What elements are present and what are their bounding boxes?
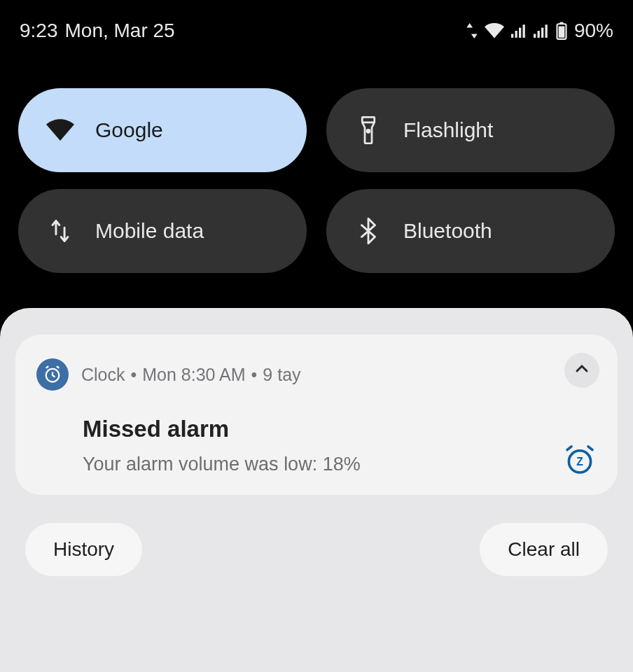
qs-tile-flashlight[interactable]: Flashlight [326, 88, 615, 172]
signal-1-icon [511, 24, 527, 38]
svg-rect-11 [362, 117, 375, 122]
battery-icon [556, 22, 567, 40]
svg-rect-5 [537, 31, 539, 38]
qs-flashlight-label: Flashlight [403, 118, 493, 142]
clock-app-icon [36, 358, 69, 391]
svg-point-12 [367, 130, 370, 132]
wifi-icon [485, 23, 504, 38]
status-right: 90% [466, 20, 613, 42]
notification-meta: Clock • Mon 8:30 AM • 9 tay [81, 365, 597, 385]
bluetooth-icon [354, 218, 382, 244]
notification-time: Mon 8:30 AM [142, 365, 245, 385]
svg-rect-3 [522, 24, 524, 38]
notification-app-name: Clock [81, 365, 125, 385]
mobile-data-icon [46, 219, 74, 243]
clear-all-button[interactable]: Clear all [480, 523, 608, 576]
shade-buttons-row: History Clear all [15, 523, 618, 576]
qs-bluetooth-label: Bluetooth [403, 219, 492, 243]
history-label: History [53, 538, 114, 560]
svg-rect-0 [511, 34, 513, 38]
data-sync-icon [466, 23, 478, 38]
notification-age: 9 tay [263, 365, 300, 385]
collapse-toggle[interactable] [564, 353, 599, 388]
notification-card[interactable]: Clock • Mon 8:30 AM • 9 tay Missed alarm… [15, 335, 618, 495]
notification-title: Missed alarm [83, 416, 597, 442]
svg-rect-10 [559, 27, 565, 38]
history-button[interactable]: History [25, 523, 142, 576]
status-left: 9:23 Mon, Mar 25 [20, 20, 175, 42]
qs-tile-bluetooth[interactable]: Bluetooth [326, 189, 615, 273]
qs-tile-wifi[interactable]: Google [18, 88, 307, 172]
status-date: Mon, Mar 25 [65, 20, 175, 42]
quick-settings-grid: Google Flashlight Mobile data Bluetooth [0, 88, 633, 273]
chevron-up-icon [573, 360, 590, 380]
signal-2-icon [534, 24, 549, 38]
status-time: 9:23 [20, 20, 58, 42]
qs-tile-mobile-data[interactable]: Mobile data [18, 189, 307, 273]
flashlight-icon [354, 116, 382, 144]
svg-rect-6 [541, 28, 543, 38]
snooze-button[interactable]: Z [563, 443, 597, 479]
qs-wifi-label: Google [95, 118, 163, 142]
wifi-tile-icon [46, 119, 74, 141]
svg-rect-2 [519, 28, 521, 38]
svg-rect-1 [515, 31, 517, 38]
notification-body: Your alarm volume was low: 18% [83, 454, 597, 475]
battery-percent: 90% [574, 20, 613, 42]
snooze-icon: Z [563, 467, 597, 479]
svg-rect-4 [534, 34, 536, 38]
clear-all-label: Clear all [508, 538, 580, 560]
notification-shade: Clock • Mon 8:30 AM • 9 tay Missed alarm… [0, 308, 633, 672]
notification-header: Clock • Mon 8:30 AM • 9 tay [36, 358, 597, 391]
svg-rect-9 [559, 22, 563, 24]
qs-mobile-data-label: Mobile data [95, 219, 204, 243]
svg-text:Z: Z [576, 456, 583, 468]
svg-rect-7 [545, 24, 547, 38]
status-bar: 9:23 Mon, Mar 25 90% [0, 0, 633, 42]
